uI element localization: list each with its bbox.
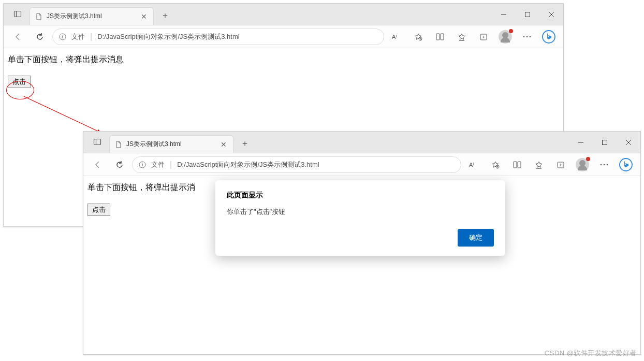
favorites-bar-button[interactable]: [452, 27, 471, 46]
svg-point-19: [523, 36, 525, 37]
addr-separator: |: [170, 160, 172, 169]
tab-actions-button[interactable]: [8, 3, 27, 25]
tab-title: JS类示例测试3.html: [126, 140, 215, 149]
svg-text:A⁾: A⁾: [469, 162, 474, 168]
profile-button[interactable]: [496, 27, 515, 46]
tab-area: JS类示例测试3.html ✕ ＋: [83, 132, 569, 153]
profile-button[interactable]: [573, 155, 592, 174]
read-aloud-button[interactable]: A⁾: [387, 27, 406, 46]
alert-dialog: 此页面显示 你单击了"点击"按钮 确定: [215, 180, 505, 256]
svg-point-44: [604, 164, 605, 165]
close-button[interactable]: [617, 132, 640, 153]
svg-rect-13: [436, 34, 440, 40]
new-tab-button[interactable]: ＋: [237, 135, 253, 152]
new-tab-button[interactable]: ＋: [157, 7, 173, 24]
maximize-button[interactable]: [593, 132, 617, 153]
toolbar: 文件 | D:/JavaScript面向对象示例/JS类示例测试3.html A…: [83, 153, 640, 176]
bing-button[interactable]: [539, 27, 558, 46]
titlebar: JS类示例测试3.html ✕ ＋: [83, 132, 640, 153]
alert-ok-button[interactable]: 确定: [458, 229, 494, 247]
svg-point-43: [601, 164, 602, 165]
favorites-button[interactable]: [409, 27, 428, 46]
titlebar: JS类示例测试3.html ✕ ＋: [4, 4, 563, 25]
refresh-button[interactable]: [31, 27, 49, 46]
svg-rect-3: [525, 12, 530, 17]
split-screen-button[interactable]: [431, 27, 449, 46]
tab-close-button[interactable]: ✕: [140, 12, 148, 21]
svg-point-32: [142, 163, 143, 164]
svg-point-8: [62, 35, 63, 36]
window-controls: [569, 132, 640, 153]
svg-text:A⁾: A⁾: [392, 34, 397, 40]
document-icon: [35, 13, 42, 20]
svg-rect-14: [441, 34, 444, 40]
split-screen-button[interactable]: [508, 155, 526, 174]
watermark: CSDN @软件开发技术爱好者: [545, 349, 637, 358]
page-instruction-text: 单击下面按钮，将弹出提示消息: [8, 54, 559, 65]
tab-area: JS类示例测试3.html ✕ ＋: [4, 4, 492, 25]
toolbar: 文件 | D:/JavaScript面向对象示例/JS类示例测试3.html A…: [4, 25, 563, 48]
info-icon: [59, 33, 66, 40]
svg-rect-27: [603, 140, 607, 145]
alert-actions: 确定: [227, 229, 494, 247]
maximize-button[interactable]: [516, 4, 539, 25]
bing-icon: [619, 158, 633, 171]
svg-point-20: [526, 36, 528, 37]
read-aloud-button[interactable]: A⁾: [464, 155, 483, 174]
tab-title: JS类示例测试3.html: [47, 12, 136, 21]
back-button[interactable]: [89, 155, 107, 174]
tab-actions-button[interactable]: [87, 131, 107, 153]
addr-path: D:/JavaScript面向对象示例/JS类示例测试3.html: [97, 32, 240, 41]
browser-tab[interactable]: JS类示例测试3.html ✕: [109, 135, 233, 153]
alert-message: 你单击了"点击"按钮: [227, 207, 494, 216]
svg-point-21: [530, 36, 531, 37]
window-controls: [492, 4, 563, 25]
collections-button[interactable]: [474, 27, 493, 46]
more-button[interactable]: [595, 155, 613, 174]
close-button[interactable]: [539, 4, 563, 25]
svg-rect-0: [14, 11, 21, 17]
minimize-button[interactable]: [492, 4, 516, 25]
bing-icon: [542, 30, 555, 44]
minimize-button[interactable]: [569, 132, 593, 153]
click-button[interactable]: 点击: [87, 204, 110, 216]
collections-button[interactable]: [551, 155, 570, 174]
click-button[interactable]: 点击: [8, 76, 31, 88]
address-bar[interactable]: 文件 | D:/JavaScript面向对象示例/JS类示例测试3.html: [132, 156, 461, 173]
favorites-bar-button[interactable]: [530, 155, 548, 174]
back-button[interactable]: [9, 27, 27, 46]
addr-prefix-label: 文件: [71, 32, 85, 41]
refresh-button[interactable]: [110, 155, 129, 174]
page-content: 单击下面按钮，将弹出提示消息 点击: [4, 48, 563, 94]
addr-prefix-label: 文件: [151, 160, 165, 169]
svg-point-45: [607, 164, 608, 165]
svg-rect-38: [518, 162, 521, 168]
browser-tab[interactable]: JS类示例测试3.html ✕: [30, 7, 154, 25]
addr-separator: |: [90, 32, 92, 41]
svg-rect-37: [514, 162, 517, 168]
more-button[interactable]: [518, 27, 536, 46]
bing-button[interactable]: [617, 155, 635, 174]
favorites-button[interactable]: [486, 155, 505, 174]
alert-title: 此页面显示: [227, 191, 494, 200]
svg-rect-24: [94, 139, 101, 145]
tab-close-button[interactable]: ✕: [219, 140, 228, 149]
document-icon: [115, 141, 122, 148]
info-icon: [139, 161, 146, 168]
address-bar[interactable]: 文件 | D:/JavaScript面向对象示例/JS类示例测试3.html: [52, 28, 384, 45]
browser-window-2: JS类示例测试3.html ✕ ＋ 文件 | D:/JavaScript面向对象…: [83, 131, 641, 355]
addr-path: D:/JavaScript面向对象示例/JS类示例测试3.html: [177, 160, 319, 169]
